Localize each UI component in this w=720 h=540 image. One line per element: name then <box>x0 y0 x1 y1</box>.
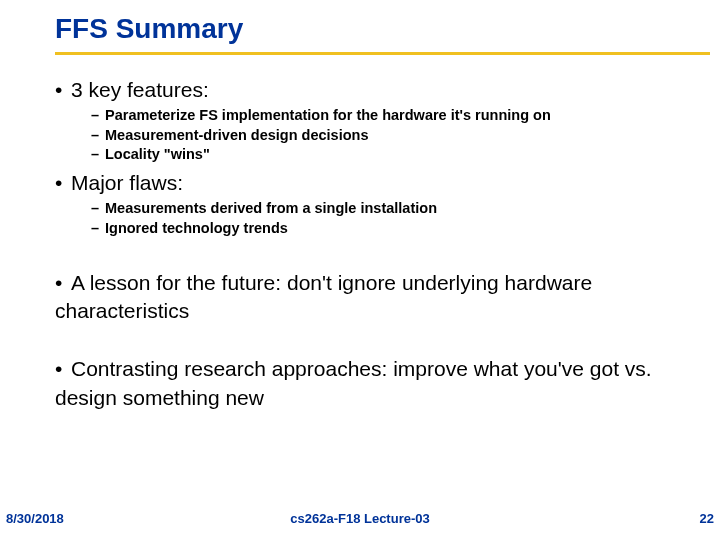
sub-bullet: –Measurement-driven design decisions <box>91 126 680 146</box>
sub-bullet-text: Measurements derived from a single insta… <box>105 200 437 216</box>
bullet-1-text: 3 key features: <box>71 78 209 101</box>
dash-icon: – <box>91 126 105 146</box>
bullet-4: •Contrasting research approaches: improv… <box>55 355 680 412</box>
dash-icon: – <box>91 145 105 165</box>
dash-icon: – <box>91 199 105 219</box>
bullet-4-text: Contrasting research approaches: improve… <box>55 357 652 408</box>
bullet-dot-icon: • <box>55 169 71 197</box>
sub-bullet: –Ignored technology trends <box>91 219 680 239</box>
sub-bullet-text: Locality "wins" <box>105 146 210 162</box>
bullet-dot-icon: • <box>55 76 71 104</box>
slide-title: FFS Summary <box>55 13 243 45</box>
bullet-2-text: Major flaws: <box>71 171 183 194</box>
bullet-dot-icon: • <box>55 269 71 297</box>
dash-icon: – <box>91 219 105 239</box>
footer-page-number: 22 <box>700 511 714 526</box>
bullet-dot-icon: • <box>55 355 71 383</box>
dash-icon: – <box>91 106 105 126</box>
bullet-1: •3 key features: <box>55 76 680 104</box>
sub-bullet: –Locality "wins" <box>91 145 680 165</box>
sub-bullet-text: Parameterize FS implementation for the h… <box>105 107 551 123</box>
bullet-3: •A lesson for the future: don't ignore u… <box>55 269 680 326</box>
sub-bullet-text: Measurement-driven design decisions <box>105 127 369 143</box>
title-underline <box>55 52 710 55</box>
bullet-3-text: A lesson for the future: don't ignore un… <box>55 271 592 322</box>
sub-bullet: –Measurements derived from a single inst… <box>91 199 680 219</box>
slide: FFS Summary •3 key features: –Parameteri… <box>0 0 720 540</box>
sub-bullet-text: Ignored technology trends <box>105 220 288 236</box>
bullet-2: •Major flaws: <box>55 169 680 197</box>
sub-bullet: –Parameterize FS implementation for the … <box>91 106 680 126</box>
slide-content: •3 key features: –Parameterize FS implem… <box>55 72 680 414</box>
footer-center: cs262a-F18 Lecture-03 <box>0 511 720 526</box>
